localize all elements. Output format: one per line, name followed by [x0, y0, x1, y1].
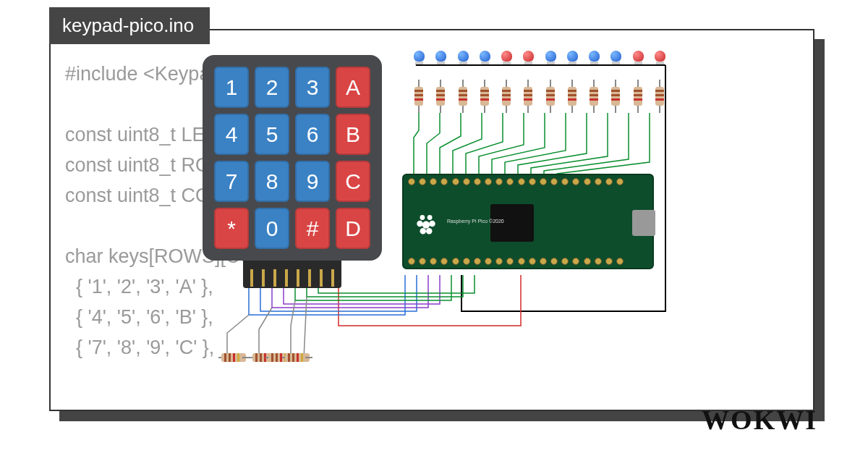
blue-led-icon — [435, 51, 446, 62]
red-led-icon — [501, 51, 512, 62]
blue-led-icon — [610, 51, 621, 62]
code-line: { '7', '8', '9', 'C' }, — [65, 333, 839, 363]
keypad-4x4[interactable]: 123A456B789C*0#D — [203, 55, 382, 261]
resistor-icon — [501, 80, 512, 113]
gpio-pin — [463, 178, 470, 185]
keypad-key-4[interactable]: 4 — [214, 114, 249, 155]
red-led-icon — [655, 51, 665, 62]
blue-led-icon — [480, 51, 490, 62]
raspberry-logo-icon — [414, 211, 438, 236]
gpio-pin — [474, 178, 481, 185]
resistor-icon — [414, 80, 425, 113]
keypad-key-0[interactable]: 0 — [255, 208, 289, 249]
keypad-key-6[interactable]: 6 — [295, 114, 330, 155]
resistor-icon — [589, 80, 600, 113]
keypad-key-C[interactable]: C — [336, 161, 370, 202]
resistor-row-bottom — [218, 353, 312, 368]
gpio-pin — [584, 258, 591, 265]
gpio-pin — [518, 178, 525, 185]
code-line: { '1', '2', '3', 'A' }, — [65, 272, 839, 303]
gpio-pin — [605, 258, 613, 265]
gpio-pin — [616, 258, 624, 265]
gpio-pin — [495, 258, 503, 265]
gpio-pin — [452, 258, 459, 265]
keypad-key-3[interactable]: 3 — [295, 67, 330, 108]
gpio-pin — [495, 178, 503, 185]
gpio-pin — [518, 258, 525, 265]
keypad-key-1[interactable]: 1 — [214, 67, 249, 108]
svg-point-4 — [429, 221, 435, 227]
code-line: { '4', '5', '6', 'B' }, — [65, 303, 839, 333]
svg-point-0 — [420, 215, 425, 220]
wokwi-brand: WOKWI — [702, 404, 817, 436]
svg-point-6 — [426, 228, 433, 235]
raspberry-pi-pico[interactable]: Raspberry Pi Pico ©2020 — [402, 174, 654, 269]
gpio-pin — [485, 178, 492, 185]
keypad-key-B[interactable]: B — [336, 114, 370, 155]
keypad-key-#[interactable]: # — [295, 208, 330, 249]
gpio-pin — [430, 178, 437, 185]
usb-port-icon — [632, 210, 655, 236]
resistor-icon — [435, 80, 446, 113]
svg-point-2 — [417, 221, 423, 227]
red-led-icon — [523, 51, 534, 62]
gpio-pin — [485, 258, 492, 265]
gpio-pin — [441, 258, 448, 265]
resistor-icon — [282, 353, 313, 363]
gpio-pin — [605, 178, 613, 185]
keypad-key-8[interactable]: 8 — [255, 161, 289, 202]
resistor-icon — [218, 353, 250, 363]
gpio-pin — [572, 178, 579, 185]
keypad-connector — [243, 261, 341, 288]
gpio-pin — [595, 178, 602, 185]
gpio-pin — [408, 258, 415, 265]
gpio-pin — [463, 258, 470, 265]
gpio-pin — [474, 258, 481, 265]
keypad-key-7[interactable]: 7 — [214, 161, 249, 202]
gpio-pin — [419, 258, 426, 265]
red-led-icon — [633, 51, 644, 62]
resistor-icon — [545, 80, 556, 113]
resistor-icon — [458, 80, 469, 113]
resistor-icon — [567, 80, 578, 113]
keypad-key-D[interactable]: D — [336, 208, 370, 249]
gpio-pin — [529, 258, 536, 265]
gpio-pin — [506, 178, 514, 185]
code-line: const uint8_t LEDS = — [65, 120, 839, 151]
blue-led-icon — [458, 51, 469, 62]
gpio-pin — [561, 178, 569, 185]
resistor-icon — [480, 80, 490, 113]
keypad-key-9[interactable]: 9 — [295, 161, 330, 202]
resistor-row-top — [414, 80, 665, 113]
gpio-pin — [540, 178, 547, 185]
svg-point-5 — [420, 228, 427, 235]
blue-led-icon — [589, 51, 600, 62]
svg-point-1 — [427, 215, 433, 220]
resistor-icon — [610, 80, 621, 113]
resistor-icon — [655, 80, 665, 113]
gpio-pin — [572, 258, 579, 265]
blue-led-icon — [567, 51, 578, 62]
blue-led-icon — [545, 51, 556, 62]
resistor-icon — [523, 80, 534, 113]
gpio-pin — [561, 258, 569, 265]
led-row — [414, 51, 665, 69]
keypad-key-A[interactable]: A — [336, 67, 370, 108]
board-label: Raspberry Pi Pico ©2020 — [447, 219, 504, 224]
gpio-pin — [452, 178, 459, 185]
gpio-pin — [584, 178, 591, 185]
file-title-tab: keypad-pico.ino — [49, 7, 210, 44]
svg-point-3 — [422, 221, 430, 229]
gpio-pin — [550, 178, 558, 185]
blue-led-icon — [414, 51, 425, 62]
gpio-pin — [408, 178, 415, 185]
gpio-pin — [419, 178, 426, 185]
gpio-pin — [430, 258, 437, 265]
gpio-pin — [529, 178, 536, 185]
gpio-pin — [550, 258, 558, 265]
keypad-key-5[interactable]: 5 — [255, 114, 289, 155]
keypad-key-*[interactable]: * — [214, 208, 249, 249]
gpio-pin — [441, 178, 448, 185]
keypad-key-2[interactable]: 2 — [255, 67, 289, 108]
gpio-pin — [616, 178, 624, 185]
